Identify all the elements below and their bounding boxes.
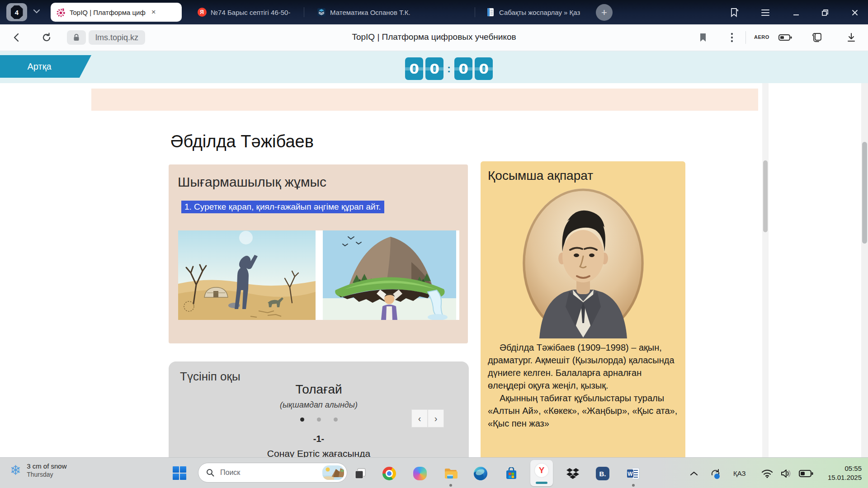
aero-mode-label[interactable]: AERO (754, 34, 769, 40)
poem-title: Толағай (169, 382, 469, 397)
timer-digit: 0 (454, 57, 472, 80)
copilot-icon[interactable] (412, 466, 428, 481)
slide-scrollbar[interactable] (762, 83, 769, 457)
kebab-menu-icon[interactable] (725, 31, 739, 44)
search-input[interactable] (219, 468, 318, 477)
window-close-button[interactable] (849, 7, 861, 19)
creative-card-title: Шығармашылық жұмыс (178, 174, 326, 190)
chrome-icon[interactable] (382, 466, 397, 481)
back-button[interactable] (10, 31, 24, 44)
snowflake-icon: ❄ (10, 464, 21, 477)
author-portrait (522, 188, 644, 338)
search-highlight-image[interactable] (322, 465, 344, 480)
battery-icon[interactable] (778, 31, 792, 44)
carousel-dot[interactable] (334, 418, 338, 422)
tab-counter-button[interactable]: 4 (6, 3, 27, 21)
carousel-prev-button[interactable]: ‹ (411, 409, 428, 427)
tab-close-icon[interactable]: × (151, 8, 156, 17)
tab-sabaqty-zhosparlau[interactable]: Сабақты жоспарлау » Қаз (480, 3, 592, 22)
tab-matematika[interactable]: Математика Оспанов Т.К. (311, 3, 424, 22)
carousel-dot-active[interactable] (300, 418, 304, 422)
yandex-browser-icon: Y (535, 464, 548, 477)
tabs-sync-icon[interactable] (810, 31, 824, 44)
taskbar-search[interactable] (198, 463, 347, 483)
lesson-heading: Әбділда Тәжібаев (170, 132, 314, 151)
page-title-omnibox[interactable]: TopIQ | Платформа цифровых учебников (352, 32, 516, 42)
slide-scrollbar-thumb[interactable] (763, 160, 768, 232)
timer-digit: 0 (405, 57, 423, 80)
tab-label: №74 Барыс септігі 46-50- (211, 9, 290, 16)
tray-battery-icon[interactable] (798, 466, 814, 481)
bookmark-filled-icon[interactable] (696, 31, 710, 44)
screen: 4 TopIQ | Платформа циф × Я №74 Барыс се… (0, 0, 868, 488)
tab-separator (475, 7, 475, 17)
tab-yandex-search[interactable]: Я №74 Барыс септігі 46-50- (192, 3, 297, 22)
url-text: lms.topiq.kz (89, 33, 145, 42)
url-field[interactable]: lms.topiq.kz (89, 30, 145, 45)
site-security-lock-icon[interactable] (67, 30, 86, 45)
reload-button[interactable] (40, 31, 53, 44)
running-indicator-dot (632, 484, 635, 487)
bookmarks-panel-icon[interactable] (729, 7, 741, 19)
topiq-logo-icon (56, 8, 66, 17)
desert-scene-image (178, 230, 316, 320)
lesson-top-strip: Артқа 0 0 : 0 0 (0, 51, 868, 83)
tray-time: 05:55 (828, 464, 862, 473)
author-biography: Әбділда Тәжібаев (1909–1998) – ақын, дра… (488, 341, 679, 430)
wifi-icon[interactable] (760, 466, 775, 481)
carousel-dot[interactable] (317, 418, 321, 422)
menu-hamburger-icon[interactable] (760, 7, 771, 19)
mountain-lifting-scene-image (323, 230, 456, 320)
window-minimize-button[interactable] (790, 7, 802, 19)
reading-card-title: Түсініп оқы (180, 370, 241, 384)
browser-scrollbar-thumb[interactable] (862, 142, 867, 244)
start-button[interactable] (173, 466, 186, 480)
toolbar-divider (745, 31, 746, 44)
svg-text:W: W (627, 471, 633, 477)
back-to-lessons-button[interactable]: Артқа (0, 55, 91, 78)
new-tab-button[interactable]: + (596, 4, 613, 21)
browser-scrollbar[interactable] (861, 83, 868, 457)
timer-digit: 0 (425, 57, 443, 80)
task-text-highlighted[interactable]: 1. Суретке қарап, қиял-ғажайып әңгіме құ… (181, 201, 384, 213)
tab-list-chevron-down-icon[interactable] (33, 7, 41, 17)
tab-label: Сабақты жоспарлау » Қаз (499, 9, 580, 16)
file-explorer-icon[interactable] (443, 466, 458, 481)
sync-status-icon[interactable] (708, 466, 723, 481)
tab-separator (304, 7, 304, 17)
tab-label: TopIQ | Платформа циф (70, 9, 146, 16)
yandex-browser-active-app[interactable]: Y (530, 460, 553, 486)
vk-app-icon[interactable]: B. (595, 466, 610, 481)
weather-text: 3 cm of snow (27, 462, 66, 470)
microsoft-store-icon[interactable] (504, 466, 519, 481)
word-icon[interactable]: W (626, 466, 641, 481)
search-icon (206, 468, 215, 477)
weather-widget[interactable]: ❄ 3 cm of snow Thursday (10, 462, 67, 478)
tray-clock[interactable]: 05:55 15.01.2025 (828, 464, 862, 482)
download-icon[interactable] (844, 31, 858, 44)
tab-topiq[interactable]: TopIQ | Платформа циф × (51, 3, 182, 22)
lesson-content: Әбділда Тәжібаев Шығармашылық жұмыс 1. С… (0, 83, 868, 457)
info-card-title: Қосымша ақпарат (488, 169, 593, 183)
volume-icon[interactable] (778, 466, 794, 481)
window-restore-button[interactable] (819, 7, 831, 19)
task-view-icon[interactable] (353, 466, 368, 481)
language-indicator[interactable]: ҚАЗ (733, 458, 746, 488)
vk-app-label: B. (596, 467, 609, 480)
stanza-number: -1- (169, 434, 469, 444)
timer-colon: : (447, 62, 451, 75)
bio-paragraph-1: Әбділда Тәжібаев (1909–1998) – ақын, дра… (488, 341, 679, 392)
weather-day: Thursday (27, 471, 66, 478)
dropbox-icon[interactable] (565, 466, 580, 481)
tray-chevron-up-icon[interactable] (686, 466, 702, 481)
tab-count-badge: 4 (11, 5, 23, 19)
windows-taskbar: ❄ 3 cm of snow Thursday (0, 457, 868, 488)
lesson-timer: 0 0 : 0 0 (405, 57, 493, 80)
carousel-next-button[interactable]: › (428, 409, 444, 427)
running-indicator-dot (449, 484, 452, 487)
address-bar: lms.topiq.kz TopIQ | Платформа цифровых … (0, 24, 868, 51)
slide-top-band (91, 89, 758, 111)
carousel-controls: ‹ › (411, 409, 444, 427)
back-button-label: Артқа (27, 61, 51, 72)
edge-icon[interactable] (473, 466, 488, 481)
